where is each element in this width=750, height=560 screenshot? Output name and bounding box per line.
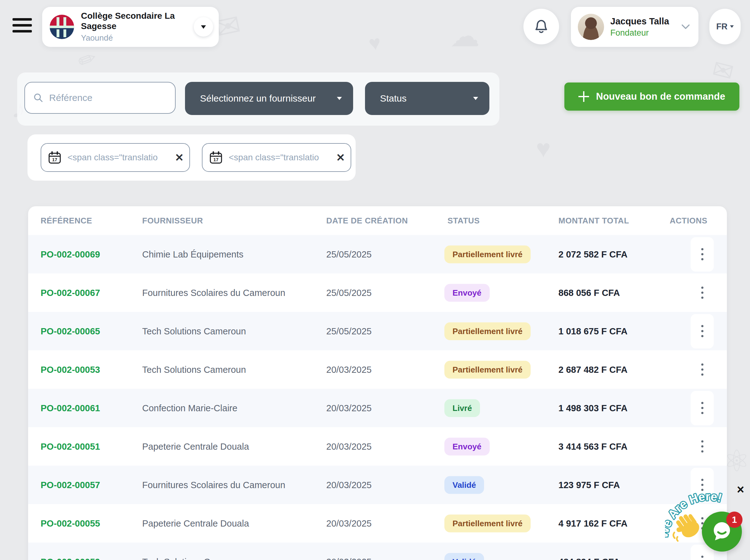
chevron-down-icon <box>201 25 206 29</box>
order-date: 20/03/2025 <box>326 518 371 528</box>
status-badge: Partiellement livré <box>444 514 531 532</box>
school-name: Collège Secondaire La Sagesse <box>81 11 194 31</box>
language-label: FR <box>716 22 728 32</box>
row-actions-menu-button[interactable] <box>691 314 714 348</box>
order-supplier: Tech Solutions Cameroun <box>142 326 246 336</box>
user-role: Fondateur <box>610 28 681 38</box>
new-order-button[interactable]: Nouveau bon de commande <box>564 82 739 111</box>
order-amount: 484 894 F CFA <box>559 557 620 560</box>
order-date: 20/03/2025 <box>326 441 371 452</box>
order-supplier: Fournitures Scolaires du Cameroun <box>142 287 285 298</box>
order-amount: 2 687 482 F CFA <box>559 364 628 375</box>
supplier-dropdown-label: Sélectionnez un fournisseur <box>200 93 316 104</box>
order-date: 20/03/2025 <box>326 557 371 560</box>
status-badge: Partiellement livré <box>444 245 531 263</box>
doodle-atom-icon: ⚛ <box>724 444 750 478</box>
reference-search <box>24 82 176 114</box>
status-badge: Livré <box>444 399 480 417</box>
order-supplier: Tech Solutions Cameroun <box>142 364 246 375</box>
order-supplier: Chimie Lab Équipements <box>142 249 243 259</box>
user-profile-menu[interactable]: Jacques Talla Fondateur <box>571 7 698 47</box>
order-reference-link[interactable]: PO-002-00051 <box>41 441 100 452</box>
order-reference-link[interactable]: PO-002-00069 <box>41 249 100 259</box>
user-avatar <box>578 14 604 40</box>
order-date: 20/03/2025 <box>326 403 371 413</box>
school-city: Yaoundé <box>81 33 194 43</box>
row-actions-menu-button[interactable] <box>691 429 714 464</box>
calendar-icon: 17 <box>209 151 223 164</box>
table-row: PO-002-00057 Fournitures Scolaires du Ca… <box>28 466 727 504</box>
svg-text:17: 17 <box>214 157 219 162</box>
order-date: 20/03/2025 <box>326 480 371 490</box>
status-dropdown[interactable]: Status <box>365 82 489 115</box>
order-supplier: Tech Solutions Cameroun <box>142 557 246 560</box>
status-dropdown-label: Status <box>380 93 407 104</box>
status-badge: Validé <box>444 476 484 494</box>
doodle-cloud-icon: ☁ <box>450 19 480 53</box>
column-header-amount: MONTANT TOTAL <box>559 216 629 226</box>
table-row: PO-002-00061 Confection Marie-Claire 20/… <box>28 389 727 427</box>
date-to-picker[interactable]: 17 <span class="translatio ✕ <box>202 143 351 172</box>
order-amount: 1 018 675 F CFA <box>559 326 628 336</box>
column-header-date: DATE DE CRÉATION <box>326 216 408 226</box>
bell-icon <box>533 18 549 35</box>
status-badge: Validé <box>444 553 484 560</box>
doodle-heart-icon: ♥ <box>536 134 551 163</box>
date-from-picker[interactable]: 17 <span class="translatio ✕ <box>41 143 190 172</box>
order-amount: 868 056 F CFA <box>559 287 620 298</box>
order-date: 25/05/2025 <box>326 326 371 336</box>
row-actions-menu-button[interactable] <box>691 276 714 310</box>
plus-icon <box>579 91 589 102</box>
school-selector[interactable]: Collège Secondaire La Sagesse Yaoundé <box>42 7 219 47</box>
language-selector[interactable]: FR <box>709 9 741 44</box>
order-amount: 3 414 563 F CFA <box>559 441 628 452</box>
order-reference-link[interactable]: PO-002-00057 <box>41 480 100 490</box>
order-reference-link[interactable]: PO-002-00055 <box>41 518 100 528</box>
order-supplier: Confection Marie-Claire <box>142 403 238 413</box>
row-actions-menu-button[interactable] <box>691 353 714 387</box>
status-badge: Envoyé <box>444 438 490 455</box>
order-amount: 123 975 F CFA <box>559 480 620 490</box>
search-input[interactable] <box>48 92 169 103</box>
order-amount: 4 917 162 F CFA <box>559 518 628 528</box>
order-amount: 2 072 582 F CFA <box>559 249 628 259</box>
order-reference-link[interactable]: PO-002-00061 <box>41 403 100 413</box>
order-reference-link[interactable]: PO-002-00067 <box>41 287 100 298</box>
calendar-icon: 17 <box>48 151 61 164</box>
notifications-button[interactable] <box>523 9 559 44</box>
date-to-placeholder: <span class="translatio <box>229 153 341 162</box>
clear-date-to-icon[interactable]: ✕ <box>336 152 345 163</box>
status-badge: Partiellement livré <box>444 361 531 378</box>
chat-close-icon[interactable]: × <box>737 483 744 496</box>
clear-date-from-icon[interactable]: ✕ <box>175 152 184 163</box>
order-supplier: Fournitures Scolaires du Cameroun <box>142 480 285 490</box>
column-header-actions: ACTIONS <box>670 216 708 226</box>
new-order-button-label: Nouveau bon de commande <box>596 91 725 102</box>
doodle-pencil-icon: ✏ <box>74 44 100 75</box>
table-row: PO-002-00065 Tech Solutions Cameroun 25/… <box>28 312 727 350</box>
table-row: PO-002-00053 Tech Solutions Cameroun 20/… <box>28 350 727 389</box>
order-supplier: Papeterie Centrale Douala <box>142 441 249 452</box>
svg-text:17: 17 <box>52 157 57 162</box>
menu-hamburger-icon[interactable] <box>13 18 32 33</box>
supplier-dropdown[interactable]: Sélectionnez un fournisseur <box>185 82 353 115</box>
chat-unread-badge: 1 <box>726 512 743 528</box>
table-header-row: RÉFÉRENCE FOURNISSEUR DATE DE CRÉATION S… <box>28 206 727 235</box>
chevron-down-icon <box>337 97 342 100</box>
table-row: PO-002-00069 Chimie Lab Équipements 25/0… <box>28 235 727 274</box>
chevron-down-icon <box>473 97 478 100</box>
order-reference-link[interactable]: PO-002-00053 <box>41 364 100 375</box>
row-actions-menu-button[interactable] <box>691 391 714 425</box>
table-body: PO-002-00069 Chimie Lab Équipements 25/0… <box>28 235 727 560</box>
status-badge: Partiellement livré <box>444 322 531 340</box>
order-date: 25/05/2025 <box>326 249 371 259</box>
column-header-status: STATUS <box>447 216 480 226</box>
school-dropdown-button[interactable] <box>194 17 213 37</box>
order-reference-link[interactable]: PO-002-00065 <box>41 326 100 336</box>
table-row: PO-002-00051 Papeterie Centrale Douala 2… <box>28 427 727 466</box>
order-reference-link[interactable]: PO-002-00059 <box>41 557 100 560</box>
row-actions-menu-button[interactable] <box>691 237 714 272</box>
doodle-heart2-icon: ♥ <box>367 31 383 56</box>
table-row: PO-002-00055 Papeterie Centrale Douala 2… <box>28 504 727 542</box>
date-from-placeholder: <span class="translatio <box>67 153 179 162</box>
